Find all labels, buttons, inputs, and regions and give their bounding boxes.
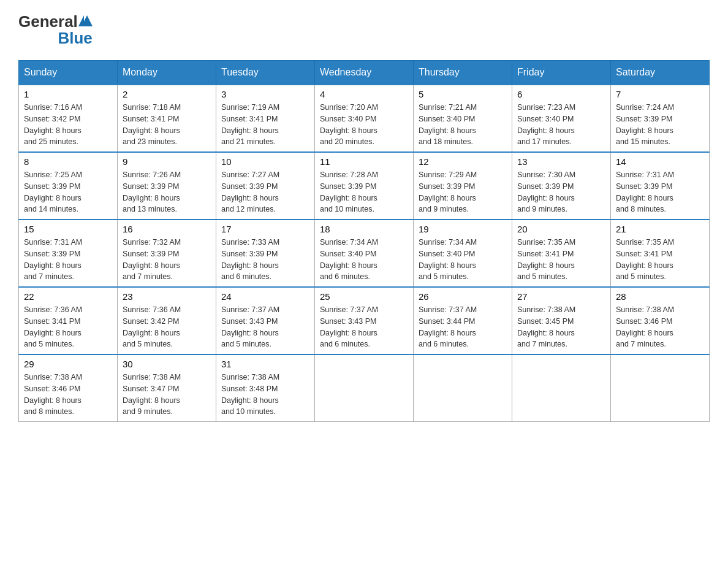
day-number: 26 [419, 291, 507, 302]
calendar-cell [315, 354, 414, 422]
header-monday: Monday [118, 61, 216, 85]
calendar-cell: 7Sunrise: 7:24 AMSunset: 3:39 PMDaylight… [611, 85, 710, 152]
day-number: 13 [517, 156, 605, 167]
calendar-cell: 1Sunrise: 7:16 AMSunset: 3:42 PMDaylight… [19, 85, 118, 152]
header-saturday: Saturday [611, 61, 710, 85]
calendar-cell [512, 354, 611, 422]
week-row-3: 15Sunrise: 7:31 AMSunset: 3:39 PMDayligh… [19, 220, 710, 287]
week-row-5: 29Sunrise: 7:38 AMSunset: 3:46 PMDayligh… [19, 354, 710, 422]
day-number: 28 [616, 291, 704, 302]
day-info: Sunrise: 7:27 AMSunset: 3:39 PMDaylight:… [221, 169, 309, 215]
calendar-cell: 29Sunrise: 7:38 AMSunset: 3:46 PMDayligh… [19, 354, 118, 422]
day-number: 15 [24, 224, 112, 234]
calendar-cell: 5Sunrise: 7:21 AMSunset: 3:40 PMDaylight… [414, 85, 512, 152]
calendar-cell: 17Sunrise: 7:33 AMSunset: 3:39 PMDayligh… [216, 220, 315, 287]
day-number: 4 [320, 89, 408, 99]
header-tuesday: Tuesday [216, 61, 315, 85]
day-number: 1 [24, 89, 112, 99]
calendar-cell: 31Sunrise: 7:38 AMSunset: 3:48 PMDayligh… [216, 354, 315, 422]
day-info: Sunrise: 7:34 AMSunset: 3:40 PMDaylight:… [320, 237, 408, 283]
day-info: Sunrise: 7:33 AMSunset: 3:39 PMDaylight:… [221, 237, 309, 283]
day-info: Sunrise: 7:36 AMSunset: 3:41 PMDaylight:… [24, 304, 112, 350]
header-wednesday: Wednesday [315, 61, 414, 85]
day-number: 6 [517, 89, 605, 99]
calendar-cell: 22Sunrise: 7:36 AMSunset: 3:41 PMDayligh… [19, 287, 118, 354]
calendar-cell: 3Sunrise: 7:19 AMSunset: 3:41 PMDaylight… [216, 85, 315, 152]
day-number: 12 [419, 156, 507, 167]
day-info: Sunrise: 7:36 AMSunset: 3:42 PMDaylight:… [123, 304, 211, 350]
calendar-cell: 25Sunrise: 7:37 AMSunset: 3:43 PMDayligh… [315, 287, 414, 354]
day-info: Sunrise: 7:19 AMSunset: 3:41 PMDaylight:… [221, 102, 309, 148]
calendar-cell: 27Sunrise: 7:38 AMSunset: 3:45 PMDayligh… [512, 287, 611, 354]
calendar-cell: 9Sunrise: 7:26 AMSunset: 3:39 PMDaylight… [118, 152, 216, 220]
day-info: Sunrise: 7:16 AMSunset: 3:42 PMDaylight:… [24, 102, 112, 148]
calendar-cell: 10Sunrise: 7:27 AMSunset: 3:39 PMDayligh… [216, 152, 315, 220]
day-info: Sunrise: 7:31 AMSunset: 3:39 PMDaylight:… [24, 237, 112, 283]
logo-arrow2-icon [82, 15, 93, 26]
calendar-cell: 28Sunrise: 7:38 AMSunset: 3:46 PMDayligh… [611, 287, 710, 354]
day-info: Sunrise: 7:34 AMSunset: 3:40 PMDaylight:… [419, 237, 507, 283]
calendar-cell: 20Sunrise: 7:35 AMSunset: 3:41 PMDayligh… [512, 220, 611, 287]
day-number: 16 [123, 224, 211, 234]
header-sunday: Sunday [19, 61, 118, 85]
day-number: 5 [419, 89, 507, 99]
calendar-cell: 30Sunrise: 7:38 AMSunset: 3:47 PMDayligh… [118, 354, 216, 422]
calendar-cell: 11Sunrise: 7:28 AMSunset: 3:39 PMDayligh… [315, 152, 414, 220]
day-number: 30 [123, 359, 211, 369]
day-info: Sunrise: 7:18 AMSunset: 3:41 PMDaylight:… [123, 102, 211, 148]
day-info: Sunrise: 7:20 AMSunset: 3:40 PMDaylight:… [320, 102, 408, 148]
calendar-cell: 18Sunrise: 7:34 AMSunset: 3:40 PMDayligh… [315, 220, 414, 287]
day-info: Sunrise: 7:29 AMSunset: 3:39 PMDaylight:… [419, 169, 507, 215]
header-thursday: Thursday [414, 61, 512, 85]
logo: General Blue [18, 12, 93, 48]
day-number: 8 [24, 156, 112, 167]
calendar-cell: 14Sunrise: 7:31 AMSunset: 3:39 PMDayligh… [611, 152, 710, 220]
day-number: 7 [616, 89, 704, 99]
calendar-cell: 13Sunrise: 7:30 AMSunset: 3:39 PMDayligh… [512, 152, 611, 220]
day-number: 25 [320, 291, 408, 302]
calendar-cell: 2Sunrise: 7:18 AMSunset: 3:41 PMDaylight… [118, 85, 216, 152]
day-info: Sunrise: 7:37 AMSunset: 3:43 PMDaylight:… [320, 304, 408, 350]
day-number: 2 [123, 89, 211, 99]
day-number: 24 [221, 291, 309, 302]
day-info: Sunrise: 7:38 AMSunset: 3:45 PMDaylight:… [517, 304, 605, 350]
calendar-cell: 8Sunrise: 7:25 AMSunset: 3:39 PMDaylight… [19, 152, 118, 220]
day-number: 22 [24, 291, 112, 302]
calendar-cell: 24Sunrise: 7:37 AMSunset: 3:43 PMDayligh… [216, 287, 315, 354]
day-info: Sunrise: 7:37 AMSunset: 3:44 PMDaylight:… [419, 304, 507, 350]
day-info: Sunrise: 7:38 AMSunset: 3:47 PMDaylight:… [123, 372, 211, 418]
day-info: Sunrise: 7:30 AMSunset: 3:39 PMDaylight:… [517, 169, 605, 215]
calendar-cell: 21Sunrise: 7:35 AMSunset: 3:41 PMDayligh… [611, 220, 710, 287]
day-number: 21 [616, 224, 704, 234]
day-info: Sunrise: 7:32 AMSunset: 3:39 PMDaylight:… [123, 237, 211, 283]
day-number: 29 [24, 359, 112, 369]
week-row-2: 8Sunrise: 7:25 AMSunset: 3:39 PMDaylight… [19, 152, 710, 220]
calendar-cell: 23Sunrise: 7:36 AMSunset: 3:42 PMDayligh… [118, 287, 216, 354]
week-row-1: 1Sunrise: 7:16 AMSunset: 3:42 PMDaylight… [19, 85, 710, 152]
calendar-cell: 19Sunrise: 7:34 AMSunset: 3:40 PMDayligh… [414, 220, 512, 287]
calendar-table: SundayMondayTuesdayWednesdayThursdayFrid… [18, 60, 710, 422]
day-info: Sunrise: 7:38 AMSunset: 3:46 PMDaylight:… [616, 304, 704, 350]
day-info: Sunrise: 7:21 AMSunset: 3:40 PMDaylight:… [419, 102, 507, 148]
calendar-cell: 4Sunrise: 7:20 AMSunset: 3:40 PMDaylight… [315, 85, 414, 152]
header-friday: Friday [512, 61, 611, 85]
calendar-cell: 12Sunrise: 7:29 AMSunset: 3:39 PMDayligh… [414, 152, 512, 220]
day-number: 14 [616, 156, 704, 167]
day-info: Sunrise: 7:26 AMSunset: 3:39 PMDaylight:… [123, 169, 211, 215]
day-number: 10 [221, 156, 309, 167]
day-number: 23 [123, 291, 211, 302]
calendar-cell: 15Sunrise: 7:31 AMSunset: 3:39 PMDayligh… [19, 220, 118, 287]
page-header: General Blue [18, 12, 710, 48]
calendar-cell: 16Sunrise: 7:32 AMSunset: 3:39 PMDayligh… [118, 220, 216, 287]
day-info: Sunrise: 7:35 AMSunset: 3:41 PMDaylight:… [517, 237, 605, 283]
calendar-cell: 26Sunrise: 7:37 AMSunset: 3:44 PMDayligh… [414, 287, 512, 354]
calendar-cell: 6Sunrise: 7:23 AMSunset: 3:40 PMDaylight… [512, 85, 611, 152]
day-number: 31 [221, 359, 309, 369]
day-number: 17 [221, 224, 309, 234]
week-row-4: 22Sunrise: 7:36 AMSunset: 3:41 PMDayligh… [19, 287, 710, 354]
day-number: 19 [419, 224, 507, 234]
day-info: Sunrise: 7:35 AMSunset: 3:41 PMDaylight:… [616, 237, 704, 283]
day-info: Sunrise: 7:25 AMSunset: 3:39 PMDaylight:… [24, 169, 112, 215]
day-info: Sunrise: 7:23 AMSunset: 3:40 PMDaylight:… [517, 102, 605, 148]
logo-text-blue: Blue [58, 29, 92, 48]
